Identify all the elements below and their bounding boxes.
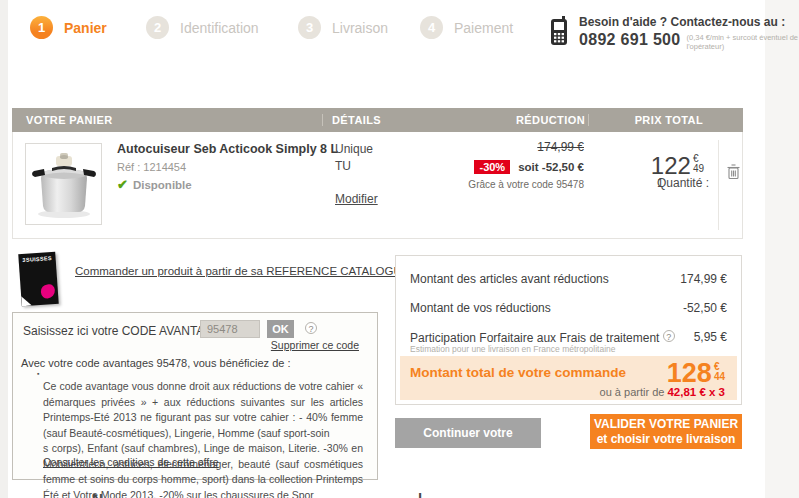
summary-row-value: 5,95 € (694, 330, 727, 344)
clipped-footer-text: N l (0, 490, 799, 498)
step-number: 4 (420, 16, 443, 39)
header-prix-total: PRIX TOTAL (635, 108, 703, 132)
product-image[interactable] (25, 143, 102, 225)
modify-link[interactable]: Modifier (335, 192, 378, 206)
catalog-page-curl (21, 296, 32, 307)
summary-row-label: Montant de vos réductions (410, 301, 551, 315)
help-phone-number: 0892 691 500 (579, 31, 680, 49)
pressure-cooker-image (26, 144, 101, 224)
help-title: Besoin d'aide ? Contactez-nous au : (579, 15, 798, 29)
code-benefits-intro: Avec votre code avantages 95478, vous bé… (21, 357, 290, 369)
installment-offer: ou à partir de 42,81 € x 3 (600, 386, 725, 398)
step-label: Paiement (454, 20, 513, 36)
cart-table-header: VOTRE PANIER DÉTAILS RÉDUCTION PRIX TOTA… (12, 108, 743, 132)
step-label: Panier (64, 20, 107, 36)
discount-amount: soit -52,50 € (518, 161, 584, 173)
header-votre-panier: VOTRE PANIER (26, 108, 113, 132)
total-label: Montant total de votre commande (410, 365, 626, 380)
detail-variant: Unique (335, 142, 373, 156)
help-contact: Besoin d'aide ? Contactez-nous au : 0892… (548, 15, 798, 51)
continue-shopping-button[interactable]: Continuer votre shopping (395, 418, 541, 448)
order-summary: Montant des articles avant réductions 17… (395, 255, 742, 405)
check-icon: ✔ (117, 177, 128, 192)
bullet: ▪ (37, 370, 39, 377)
page-right-gutter (765, 0, 799, 498)
cart-row: Autocuiseur Seb Acticook Simply 8 L Réf … (12, 132, 743, 239)
step-label: Livraison (332, 20, 388, 36)
header-separator (322, 114, 323, 126)
validate-line2: et choisir votre livraison (590, 432, 742, 447)
code-input-label: Saisissez ici votre CODE AVANTAGE : (23, 324, 228, 338)
availability-status: ✔Disponible (117, 177, 192, 192)
code-help-icon[interactable]: ? (305, 322, 317, 334)
product-reference: Réf : 1214454 (117, 161, 186, 173)
column-divider (718, 140, 719, 230)
summary-row-label: Montant des articles avant réductions (410, 272, 609, 286)
step-livraison[interactable]: 3 Livraison (298, 16, 388, 39)
detail-quantity: Quantité : 1 (335, 176, 342, 190)
cart-page: 1 Panier 2 Identification 3 Livraison 4 … (0, 0, 799, 498)
code-avantage-box: Saisissez ici votre CODE AVANTAGE : OK ?… (12, 312, 378, 480)
validate-cart-button[interactable]: VALIDER VOTRE PANIER et choisir votre li… (590, 414, 742, 449)
trash-icon[interactable] (727, 164, 740, 184)
validate-line1: VALIDER VOTRE PANIER (590, 417, 742, 432)
old-price: 174,99 € (468, 140, 584, 154)
step-identification[interactable]: 2 Identification (146, 16, 259, 39)
offer-conditions-link[interactable]: Consulter les conditions de cette offre (43, 456, 219, 468)
reduction-column: 174,99 € -30% soit -52,50 € Grâce à votr… (468, 140, 584, 190)
step-number: 3 (298, 16, 321, 39)
detail-size: TU (335, 159, 351, 173)
summary-row-value: -52,50 € (683, 301, 727, 315)
page-left-gutter (0, 0, 8, 498)
header-reduction: RÉDUCTION (516, 108, 585, 132)
step-panier: 1 Panier (30, 16, 107, 39)
catalog-pink-splash (40, 284, 55, 299)
total-price: 128€44 (667, 358, 725, 389)
summary-row-label: Participation Forfaitaire aux Frais de t… (410, 330, 675, 345)
catalog-brand: 3SUISSES (18, 252, 56, 264)
help-phone-note: (0,34 €/min + surcoût éventuel de l'opér… (686, 31, 798, 51)
order-total-bar: Montant total de votre commande 128€44 o… (400, 356, 737, 400)
product-name: Autocuiseur Seb Acticook Simply 8 L (117, 142, 338, 156)
step-number: 2 (146, 16, 169, 39)
fees-help-icon[interactable]: ? (663, 330, 675, 342)
discount-badge: -30% (474, 160, 510, 174)
phone-icon (548, 15, 570, 51)
step-paiement[interactable]: 4 Paiement (420, 16, 513, 39)
code-ok-button[interactable]: OK (267, 320, 294, 338)
shipping-estimate-note: Estimation pour une livraison en France … (410, 344, 616, 354)
catalog-reference-link[interactable]: Commander un produit à partir de sa REFE… (75, 265, 409, 277)
summary-row-value: 174,99 € (680, 272, 727, 286)
code-avantage-input[interactable] (200, 320, 260, 338)
step-label: Identification (180, 20, 259, 36)
step-number: 1 (30, 16, 53, 39)
line-total-price: 122€49 (651, 152, 704, 180)
discount-code-note: Grâce à votre code 95478 (468, 179, 584, 190)
remove-code-link[interactable]: Supprimer ce code (271, 339, 359, 351)
header-separator (588, 114, 589, 126)
catalog-cover-image: 3SUISSES (18, 252, 59, 306)
header-details: DÉTAILS (332, 108, 381, 132)
code-terms-text: Ce code avantage vous donne droit aux ré… (43, 379, 363, 498)
